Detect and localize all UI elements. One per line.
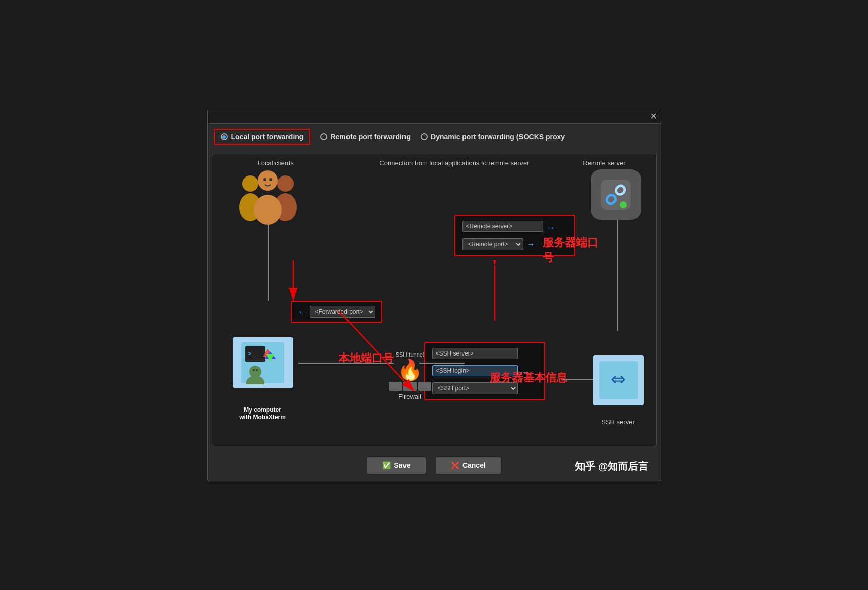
firewall-area: SSH tunnel 🔥 Firewall [389,351,431,400]
main-dialog: ✕ Local port forwarding Remote port forw… [207,109,661,481]
ssh-server-label: SSH server [588,418,649,426]
arrow-left-icon: ← [298,307,307,317]
radio-label-dynamic: Dynamic port forwarding (SOCKS proxy [431,133,565,141]
firewall-blocks [389,382,431,391]
radio-remote-port-forwarding[interactable]: Remote port forwarding [320,133,411,141]
save-button[interactable]: ✅ Save [367,457,426,474]
line-ssh-to-server [563,379,593,380]
label-connection: Connection from local applications to re… [374,159,535,167]
fw-block-3 [418,382,431,391]
radio-label-remote: Remote port forwarding [330,133,411,141]
annot-server-port: 服务器端口号 [543,235,598,265]
fw-block-2 [403,382,417,391]
svg-text:⇔: ⇔ [611,369,626,389]
svg-text:>_: >_ [248,350,255,357]
radio-local-port-forwarding[interactable]: Local port forwarding [214,129,311,145]
ssh-server-input[interactable] [432,348,518,359]
svg-point-16 [253,369,255,371]
radio-label-local: Local port forwarding [231,133,304,141]
computer-screen: >_ [233,337,293,388]
line-people-to-computer [268,225,269,301]
label-local-clients: Local clients [258,159,294,167]
label-remote-server: Remote server [583,159,625,167]
watermark: 知乎 @知而后言 [575,460,648,474]
save-label: Save [394,461,411,469]
svg-point-2 [277,175,294,192]
forwarded-port-select[interactable]: <Forwarded port> [310,306,375,318]
forwarded-port-box: ← <Forwarded port> [291,301,382,323]
line-computer-firewall [298,363,394,364]
cancel-button[interactable]: ❌ Cancel [436,457,501,474]
radio-dot-dynamic [421,133,428,140]
ssh-tunnel-label: SSH tunnel [389,351,431,358]
people-group [233,169,303,225]
radio-dynamic-port-forwarding[interactable]: Dynamic port forwarding (SOCKS proxy [421,133,565,141]
remote-server-input[interactable] [462,221,543,232]
ssh-server-box: ⇔ [593,355,644,405]
fw-block-1 [389,382,402,391]
title-bar: ✕ [208,109,661,124]
cancel-label: Cancel [462,461,486,469]
svg-point-7 [269,178,272,181]
close-button[interactable]: ✕ [650,112,657,121]
remote-port-select[interactable]: <Remote port> [462,238,523,250]
remote-server-row: → [462,221,567,235]
svg-point-21 [620,201,627,208]
svg-point-6 [263,178,266,181]
save-icon: ✅ [382,461,391,469]
diagram-area: Local clients Connection from local appl… [212,154,657,446]
annot-server-info: 服务器基本信息 [490,370,567,385]
svg-point-5 [254,195,282,225]
ssh-server-row [432,348,537,362]
annot-local-port: 本地端口号 [338,351,394,366]
line-firewall-ssh [419,363,465,364]
remote-server-icon [591,169,641,220]
svg-point-17 [256,369,258,371]
red-arrow-ssh-to-remote [485,260,505,326]
radio-bar: Local port forwarding Remote port forwar… [208,124,661,150]
arrow-right-remote-icon: → [546,223,555,233]
radio-dot-remote [320,133,327,140]
my-computer-text: My computerwith MobaXterm [239,406,286,421]
radio-dot-local [221,133,228,140]
my-computer-visual: >_ [233,337,293,388]
cancel-icon: ❌ [451,461,459,469]
arrow-right-remote-port-icon: → [526,239,535,250]
firewall-label: Firewall [389,393,431,400]
my-computer-label: My computerwith MobaXterm [227,406,298,421]
line-remote-to-ssh [617,220,618,331]
svg-point-0 [242,175,258,192]
firewall-visual: 🔥 [389,360,431,391]
svg-point-4 [258,170,278,191]
